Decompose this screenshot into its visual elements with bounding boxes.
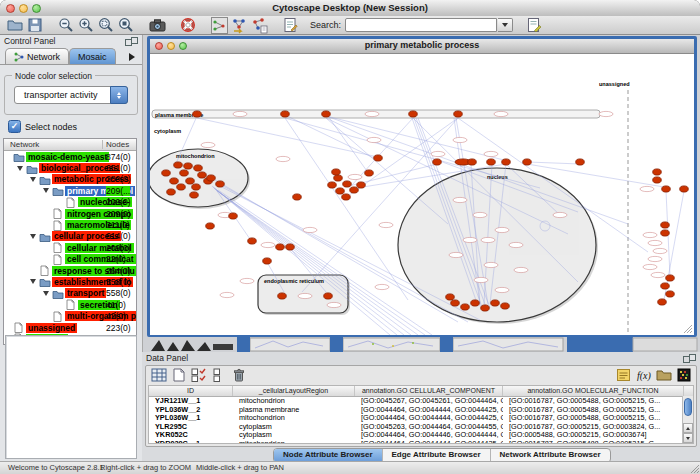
network-node[interactable]: [661, 283, 670, 289]
table-row[interactable]: YPL036W__2plasma membrane[GO:0044464, GO…: [149, 406, 693, 415]
table-row[interactable]: YKR052Ccytoplasm[GO:0044464, GO:0044446,…: [149, 431, 693, 440]
tree-row[interactable]: cellular metabol209(0): [4, 242, 136, 253]
tree-expand-icon[interactable]: [43, 289, 52, 298]
network-node[interactable]: [374, 155, 383, 161]
new-attribute-icon[interactable]: [170, 368, 187, 383]
table-row[interactable]: YDR039C__1mitochondrion[GO:0044464, GO:0…: [149, 440, 693, 444]
network-node[interactable]: [186, 178, 195, 184]
tree-expand-icon[interactable]: [30, 232, 39, 241]
close-icon[interactable]: [6, 4, 15, 13]
network-node[interactable]: [471, 300, 480, 306]
select-attributes-icon[interactable]: [190, 368, 207, 383]
network-node-label[interactable]: [474, 277, 488, 282]
network-node-label[interactable]: [599, 111, 613, 116]
network-node-label[interactable]: [640, 186, 654, 191]
network-node-label[interactable]: [261, 242, 275, 247]
new-network-from-selection-icon[interactable]: [250, 17, 268, 34]
network-view-window[interactable]: primary metabolic process plasma membran…: [147, 36, 697, 337]
network-node[interactable]: [487, 159, 496, 165]
tree-row[interactable]: unassigned223(0): [4, 322, 136, 333]
network-node-label[interactable]: [495, 227, 509, 232]
float-panel-icon[interactable]: [125, 37, 138, 46]
minimize-icon[interactable]: [19, 4, 28, 13]
network-node[interactable]: [263, 258, 272, 264]
network-node[interactable]: [216, 181, 225, 187]
network-node[interactable]: [276, 244, 285, 250]
table-row[interactable]: YLR295Ccytoplasm[GO:0045263, GO:0044464,…: [149, 423, 693, 432]
network-node[interactable]: [342, 194, 351, 200]
save-icon[interactable]: [26, 17, 44, 34]
tree-expand-icon[interactable]: [30, 277, 39, 286]
network-node[interactable]: [523, 159, 532, 165]
network-node-label[interactable]: [643, 264, 657, 269]
tree-expand-icon[interactable]: [17, 164, 26, 173]
network-node[interactable]: [281, 111, 290, 117]
advanced-search-icon[interactable]: [525, 17, 543, 34]
tree-row[interactable]: mosaic-demo-yeast874(0): [4, 151, 136, 162]
network-node[interactable]: [481, 305, 490, 311]
network-node[interactable]: [409, 111, 418, 117]
table-column-header[interactable]: annotation.GO CELLULAR_COMPONENT: [355, 386, 503, 396]
network-node-label[interactable]: [348, 174, 362, 179]
open-icon[interactable]: [6, 17, 24, 34]
float-panel-icon[interactable]: [683, 354, 696, 363]
network-node-label[interactable]: [379, 222, 393, 227]
tree-row-label[interactable]: unassigned: [26, 323, 77, 333]
network-node[interactable]: [661, 230, 670, 236]
table-row[interactable]: YJR121W__1mitochondrion[GO:0045267, GO:0…: [149, 397, 693, 406]
tree-col-network[interactable]: Network: [10, 139, 39, 150]
tab-network[interactable]: Network: [5, 48, 69, 64]
tree-row[interactable]: primary metabol209(...: [4, 185, 136, 196]
network-node[interactable]: [174, 162, 183, 168]
network-node[interactable]: [322, 111, 331, 117]
network-node[interactable]: [357, 182, 366, 188]
tree-expand-icon[interactable]: [43, 186, 52, 195]
node-color-dropdown[interactable]: transporter activity: [14, 86, 128, 104]
tab-scroll-right-icon[interactable]: [129, 53, 139, 61]
network-node[interactable]: [662, 186, 671, 192]
network-node[interactable]: [177, 184, 186, 190]
network-node[interactable]: [658, 299, 667, 305]
network-node[interactable]: [293, 194, 302, 200]
search-input[interactable]: [345, 18, 497, 32]
network-node[interactable]: [206, 223, 215, 229]
snapshot-icon[interactable]: [148, 17, 166, 34]
network-node[interactable]: [433, 159, 442, 165]
zoom-window-icon[interactable]: [32, 4, 41, 13]
network-node[interactable]: [167, 189, 176, 195]
network-node-label[interactable]: [298, 293, 312, 298]
network-node[interactable]: [286, 244, 295, 250]
network-node-label[interactable]: [240, 278, 254, 283]
matrix-icon[interactable]: [675, 368, 692, 383]
network-canvas[interactable]: plasma membranecytoplasmmitochondrionnuc…: [150, 54, 694, 335]
zoom-in-icon[interactable]: [77, 17, 95, 34]
tree-row[interactable]: nucleobase-209(0): [4, 197, 136, 208]
tree-row[interactable]: secretion41(0): [4, 299, 136, 310]
network-node-label[interactable]: [365, 111, 379, 116]
tab-mosaic[interactable]: Mosaic: [69, 48, 116, 64]
help-icon[interactable]: [179, 17, 197, 34]
network-node-label[interactable]: [643, 232, 657, 237]
network-node[interactable]: [336, 188, 345, 194]
table-row[interactable]: YPL036W__1mitochondrion[GO:0044464, GO:0…: [149, 414, 693, 423]
scroll-down-icon[interactable]: [683, 433, 693, 443]
tree-expand-icon[interactable]: [30, 175, 39, 184]
network-node[interactable]: [324, 293, 333, 299]
network-window-titlebar[interactable]: primary metabolic process: [150, 39, 694, 54]
annotation-icon[interactable]: [281, 17, 299, 34]
network-node[interactable]: [365, 170, 374, 176]
scroll-up-icon[interactable]: [683, 423, 693, 433]
unselect-attributes-icon[interactable]: [210, 368, 227, 383]
network-node[interactable]: [248, 238, 257, 244]
frame-close-icon[interactable]: [155, 42, 163, 50]
network-node[interactable]: [501, 303, 510, 309]
table-column-header[interactable]: ID: [149, 386, 233, 396]
network-node[interactable]: [328, 182, 337, 188]
network-node[interactable]: [170, 178, 179, 184]
network-node-label[interactable]: [375, 284, 389, 289]
network-node[interactable]: [446, 294, 455, 300]
network-node-label[interactable]: [509, 242, 523, 247]
network-node[interactable]: [343, 181, 352, 187]
import-attributes-icon[interactable]: [655, 368, 672, 383]
birds-eye-view[interactable]: [5, 335, 137, 459]
